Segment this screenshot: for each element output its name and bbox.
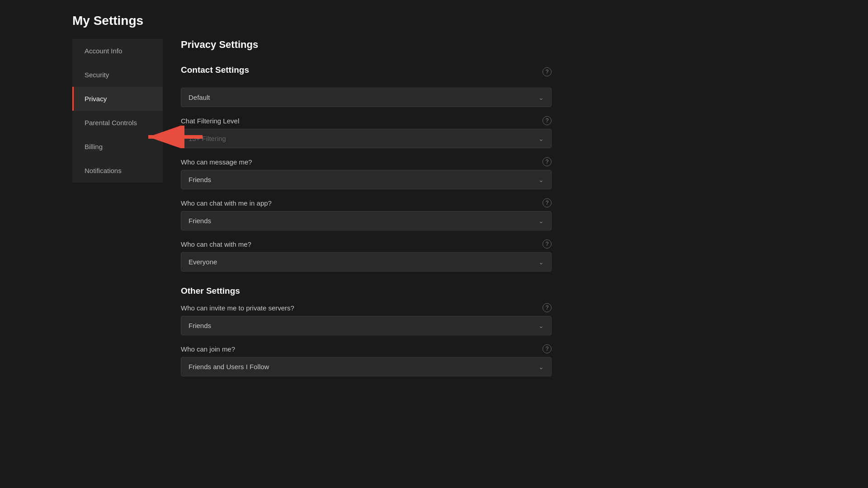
who-message-dropdown[interactable]: Friends ⌄ xyxy=(181,170,552,189)
chat-filtering-help-icon[interactable]: ? xyxy=(542,116,552,125)
sidebar-item-parental-controls[interactable]: Parental Controls xyxy=(72,111,163,135)
chevron-down-icon: ⌄ xyxy=(538,217,544,225)
who-join-help-icon[interactable]: ? xyxy=(542,344,552,353)
who-chat-label: Who can chat with me? xyxy=(181,240,251,248)
who-invite-servers-label: Who can invite me to private servers? xyxy=(181,304,294,312)
contact-settings-help-icon[interactable]: ? xyxy=(542,67,552,76)
contact-settings-section: Contact Settings ? Default ⌄ Chat Filter… xyxy=(181,61,552,272)
contact-setting-group: Default ⌄ xyxy=(181,88,552,107)
sidebar-item-account-info[interactable]: Account Info xyxy=(72,39,163,63)
chevron-down-icon: ⌄ xyxy=(538,258,544,266)
main-content: Privacy Settings Contact Settings ? Defa… xyxy=(163,39,570,385)
who-message-group: Who can message me? ? Friends ⌄ xyxy=(181,157,552,189)
who-invite-servers-dropdown[interactable]: Friends ⌄ xyxy=(181,316,552,335)
chat-filtering-label: Chat Filtering Level xyxy=(181,117,239,125)
who-invite-servers-help-icon[interactable]: ? xyxy=(542,303,552,312)
chevron-down-icon: ⌄ xyxy=(538,94,544,101)
who-message-help-icon[interactable]: ? xyxy=(542,157,552,166)
who-chat-dropdown[interactable]: Everyone ⌄ xyxy=(181,252,552,272)
who-join-dropdown[interactable]: Friends and Users I Follow ⌄ xyxy=(181,357,552,376)
who-join-group: Who can join me? ? Friends and Users I F… xyxy=(181,344,552,376)
chat-filtering-dropdown[interactable]: 13+ Filtering ⌄ xyxy=(181,129,552,148)
chat-filtering-group: Chat Filtering Level ? 13+ Filtering ⌄ xyxy=(181,116,552,148)
sidebar-item-security[interactable]: Security xyxy=(72,63,163,87)
who-chat-app-dropdown[interactable]: Friends ⌄ xyxy=(181,211,552,230)
contact-settings-title: Contact Settings xyxy=(181,65,249,75)
sidebar-item-billing[interactable]: Billing xyxy=(72,135,163,159)
who-invite-servers-group: Who can invite me to private servers? ? … xyxy=(181,303,552,335)
who-chat-group: Who can chat with me? ? Everyone ⌄ xyxy=(181,239,552,272)
who-chat-app-group: Who can chat with me in app? ? Friends ⌄ xyxy=(181,198,552,230)
page-title: My Settings xyxy=(72,14,868,28)
section-title: Privacy Settings xyxy=(181,39,552,51)
chevron-down-icon: ⌄ xyxy=(538,135,544,142)
sidebar: Account Info Security Privacy Parental C… xyxy=(72,39,163,183)
contact-setting-dropdown[interactable]: Default ⌄ xyxy=(181,88,552,107)
other-settings-title: Other Settings xyxy=(181,286,552,296)
who-chat-app-help-icon[interactable]: ? xyxy=(542,198,552,207)
who-chat-app-label: Who can chat with me in app? xyxy=(181,199,272,207)
sidebar-item-privacy[interactable]: Privacy xyxy=(72,87,163,111)
sidebar-item-notifications[interactable]: Notifications xyxy=(72,159,163,183)
who-chat-help-icon[interactable]: ? xyxy=(542,239,552,249)
who-message-label: Who can message me? xyxy=(181,158,252,166)
chevron-down-icon: ⌄ xyxy=(538,322,544,329)
other-settings-section: Other Settings Who can invite me to priv… xyxy=(181,286,552,376)
chevron-down-icon: ⌄ xyxy=(538,176,544,183)
who-join-label: Who can join me? xyxy=(181,345,235,353)
chevron-down-icon: ⌄ xyxy=(538,363,544,371)
